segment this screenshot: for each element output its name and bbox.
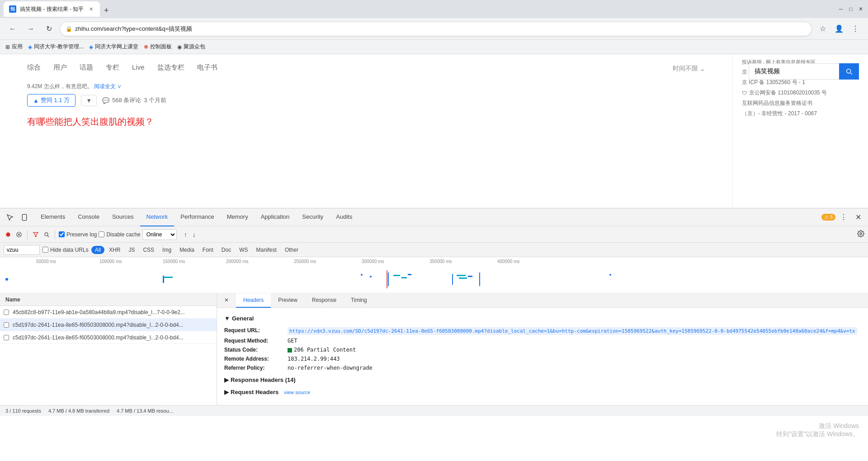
record-button[interactable] xyxy=(4,230,13,239)
devtools-more-button[interactable]: ⋮ xyxy=(837,211,850,224)
det-tab-headers[interactable]: Headers xyxy=(236,293,271,308)
tab-audits[interactable]: Audits xyxy=(330,208,359,226)
nav-话题[interactable]: 话题 xyxy=(80,63,93,74)
filter-js[interactable]: JS xyxy=(125,246,138,254)
tab-console[interactable]: Console xyxy=(71,208,106,226)
url-text: zhihu.com/search?type=content&q=搞笑视频 xyxy=(75,25,806,33)
filter-button[interactable] xyxy=(31,230,40,239)
close-button[interactable]: ✕ xyxy=(857,5,864,13)
filter-css[interactable]: CSS xyxy=(139,246,158,254)
page-search-button[interactable] xyxy=(839,63,859,80)
vote-up-button[interactable]: ▲ 赞同 1.1 万 xyxy=(27,94,75,107)
nav-电子书[interactable]: 电子书 xyxy=(197,63,217,74)
svg-point-9 xyxy=(860,233,862,235)
det-tab-timing[interactable]: Timing xyxy=(344,293,374,308)
response-headers-section[interactable]: ▶ Response Headers (14) xyxy=(224,376,861,383)
tab-sources[interactable]: Sources xyxy=(106,208,140,226)
bookmark-apps[interactable]: ⊞ 应用 xyxy=(5,43,23,51)
bookmark-control[interactable]: ❋ 控制面板 xyxy=(144,43,172,51)
nav-live[interactable]: Live xyxy=(132,63,145,74)
reload-button[interactable]: ↻ xyxy=(42,22,56,36)
active-tab[interactable]: 知 搞笑视频 - 搜索结果 - 知乎 ✕ xyxy=(4,1,100,17)
tab-elements[interactable]: Elements xyxy=(34,208,71,226)
hide-data-urls-checkbox[interactable] xyxy=(42,247,48,253)
det-tab-preview[interactable]: Preview xyxy=(271,293,305,308)
search-button[interactable] xyxy=(42,230,51,239)
page-nav: 综合 用户 话题 专栏 Live 盐选专栏 电子书 时间不限 ⌄ xyxy=(27,63,705,74)
address-bar: ← → ↻ 🔒 zhihu.com/search?type=content&q=… xyxy=(0,18,868,40)
det-close-button[interactable]: ✕ xyxy=(217,293,236,308)
disable-cache-label[interactable]: Disable cache xyxy=(99,231,140,238)
clear-button[interactable] xyxy=(14,230,24,239)
bookmark-tongji1[interactable]: ◈ 同济大学-教学管理... xyxy=(28,43,84,51)
filter-all[interactable]: All xyxy=(91,246,104,254)
back-button[interactable]: ← xyxy=(5,22,20,36)
general-section-title[interactable]: ▼ General xyxy=(224,315,861,322)
tab-memory[interactable]: Memory xyxy=(221,208,255,226)
tab-bar: 知 搞笑视频 - 搜索结果 - 知乎 ✕ + xyxy=(4,1,834,17)
apps-icon: ⊞ xyxy=(5,44,10,50)
disable-cache-text: Disable cache xyxy=(106,231,140,238)
address-actions: ☆ 👤 ⋮ xyxy=(816,22,863,36)
filter-media[interactable]: Media xyxy=(176,246,198,254)
tab-security[interactable]: Security xyxy=(296,208,330,226)
file-item-1[interactable]: 45cb82c8-b977-11e9-ab1e-0a580a44b8a9.mp4… xyxy=(0,306,217,319)
vote-down-button[interactable]: ▼ xyxy=(81,95,97,106)
url-bar[interactable]: 🔒 zhihu.com/search?type=content&q=搞笑视频 xyxy=(60,22,812,36)
tab-close-button[interactable]: ✕ xyxy=(87,5,94,13)
comment-area[interactable]: 💬 568 条评论 3 个月前 xyxy=(102,96,166,104)
time-filter[interactable]: 时间不限 ⌄ xyxy=(673,63,705,74)
filter-other[interactable]: Other xyxy=(281,246,302,254)
det-tab-response[interactable]: Response xyxy=(305,293,344,308)
bookmark-tongji2[interactable]: ◈ 同济大学网上课堂 xyxy=(89,43,138,51)
tab-application[interactable]: Application xyxy=(255,208,296,226)
preserve-log-checkbox[interactable] xyxy=(59,231,65,237)
preserve-log-label[interactable]: Preserve log xyxy=(59,231,97,238)
nav-综合[interactable]: 综合 xyxy=(27,63,41,74)
view-source-link[interactable]: view source xyxy=(284,390,310,395)
bookmark-juyuan[interactable]: ◉ 聚源众包 xyxy=(177,43,205,51)
nav-专栏[interactable]: 专栏 xyxy=(106,63,119,74)
devtools-close-button[interactable]: ✕ xyxy=(852,211,864,224)
details-content: ▼ General Request URL: https://vdn3.vzuu… xyxy=(217,308,868,405)
throttle-select[interactable]: Online Fast 3G Slow 3G Offline xyxy=(142,229,177,240)
question-prefix: 有哪些能把人笑出腹肌的 xyxy=(27,117,127,127)
menu-button[interactable]: ⋮ xyxy=(848,22,863,36)
filter-img[interactable]: Img xyxy=(159,246,175,254)
file-item-3[interactable]: c5d197dc-2641-11ea-8e65-f60503008000.mp4… xyxy=(0,331,217,344)
request-url-value[interactable]: https://vdn3.vzuu.com/SD/c5d197dc-2641-1… xyxy=(288,327,857,335)
new-tab-button[interactable]: + xyxy=(100,4,113,17)
filter-ws[interactable]: WS xyxy=(236,246,251,254)
file-item-2[interactable]: c5d197dc-2641-11ea-8e65-f60503008000.mp4… xyxy=(0,319,217,331)
minimize-button[interactable]: ─ xyxy=(837,5,844,13)
nav-盐选[interactable]: 盐选专栏 xyxy=(157,63,184,74)
export-button[interactable]: ↓ xyxy=(191,230,198,239)
filter-xhr[interactable]: XHR xyxy=(105,246,124,254)
settings-button[interactable] xyxy=(857,230,864,239)
hide-data-urls-label[interactable]: Hide data URLs xyxy=(42,247,89,253)
request-method-label: Request Method: xyxy=(224,338,288,344)
filter-doc[interactable]: Doc xyxy=(218,246,235,254)
forward-button[interactable]: → xyxy=(24,22,38,36)
import-button[interactable]: ↑ xyxy=(182,230,189,239)
file-checkbox-2[interactable] xyxy=(4,322,9,328)
expand-link[interactable]: 阅读全文 ∨ xyxy=(94,83,122,89)
star-button[interactable]: ☆ xyxy=(816,22,830,36)
nav-用户[interactable]: 用户 xyxy=(53,63,67,74)
bookmark-tongji1-label: 同济大学-教学管理... xyxy=(34,43,84,51)
account-button[interactable]: 👤 xyxy=(832,22,846,36)
page-search-input[interactable] xyxy=(749,63,839,80)
filter-input[interactable] xyxy=(4,245,40,255)
maximize-button[interactable]: □ xyxy=(847,5,854,13)
file-checkbox-3[interactable] xyxy=(4,335,9,340)
filter-manifest[interactable]: Manifest xyxy=(253,246,280,254)
file-checkbox-1[interactable] xyxy=(4,310,9,315)
tab-network[interactable]: Network xyxy=(140,208,175,226)
request-headers-section[interactable]: ▶ Request Headers view source xyxy=(224,389,861,395)
disable-cache-checkbox[interactable] xyxy=(99,231,104,237)
device-toolbar-button[interactable] xyxy=(18,211,31,224)
inspect-element-button[interactable] xyxy=(4,211,16,224)
filter-font[interactable]: Font xyxy=(199,246,217,254)
tab-performance[interactable]: Performance xyxy=(174,208,220,226)
svg-rect-21 xyxy=(457,275,466,276)
